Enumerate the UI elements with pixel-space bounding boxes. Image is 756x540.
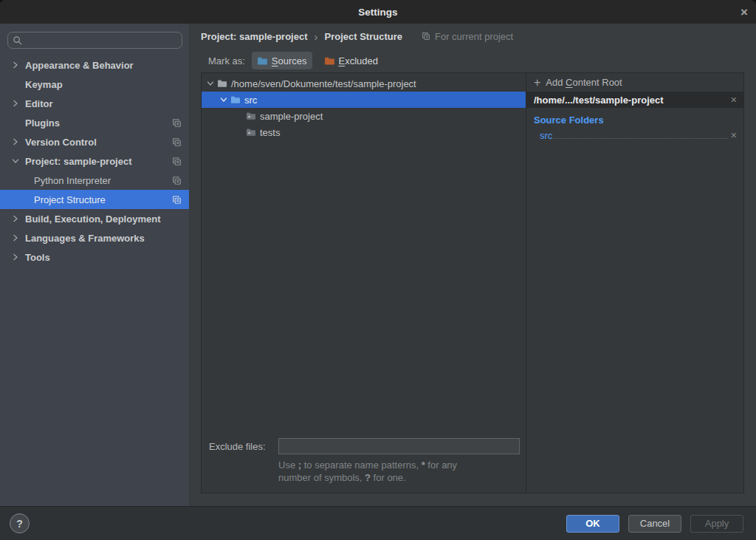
sidebar-item-python-interpreter[interactable]: Python Interpreter: [0, 171, 189, 190]
breadcrumb-separator-icon: ›: [315, 30, 318, 43]
sidebar-item-keymap[interactable]: Keymap: [0, 75, 189, 94]
sidebar-item-build-execution-deployment[interactable]: Build, Execution, Deployment: [0, 209, 189, 228]
source-folder-item[interactable]: src ×: [526, 128, 743, 143]
chevron-spacer: [10, 79, 21, 89]
chevron-right-icon: [10, 213, 21, 224]
excluded-folder-icon: [324, 56, 335, 66]
scope-note: For current project: [422, 31, 513, 42]
settings-sidebar: Appearance & Behavior Keymap Editor Plug…: [0, 24, 189, 506]
search-input[interactable]: [26, 34, 177, 47]
dotted-leader: [554, 138, 727, 139]
mark-excluded-button[interactable]: Excluded: [319, 52, 383, 69]
mark-as-toolbar: Mark as: Sources Excluded: [189, 49, 756, 72]
mark-excluded-label: Excluded: [339, 55, 378, 66]
breadcrumb-page-title: Project Structure: [325, 31, 402, 42]
breadcrumb-project[interactable]: Project: sample-project: [201, 31, 308, 42]
breadcrumb: Project: sample-project › Project Struct…: [189, 24, 756, 49]
cancel-button[interactable]: Cancel: [628, 515, 681, 533]
project-structure-page: Project: sample-project › Project Struct…: [189, 24, 756, 506]
sidebar-item-languages-frameworks[interactable]: Languages & Frameworks: [0, 228, 189, 247]
exclude-files-hint: Use ; to separate name patterns, * for a…: [278, 459, 485, 484]
content-roots-panels: /home/sven/Dokumente/test/sample-project…: [201, 72, 744, 493]
chevron-right-icon: [10, 137, 21, 147]
search-icon: [13, 35, 23, 46]
settings-menu: Appearance & Behavior Keymap Editor Plug…: [0, 55, 189, 267]
sidebar-item-plugins[interactable]: Plugins: [0, 113, 189, 132]
window-title: Settings: [358, 7, 397, 18]
remove-source-folder-icon[interactable]: ×: [731, 130, 737, 140]
sidebar-item-project[interactable]: Project: sample-project: [0, 151, 189, 171]
tree-row-label: sample-project: [260, 111, 323, 122]
sidebar-item-appearance-behavior[interactable]: Appearance & Behavior: [0, 55, 189, 75]
dialog-footer: ? OK Cancel Apply: [0, 506, 756, 540]
content-root-pane: + Add Content Root /home/.../test/sample…: [526, 73, 743, 493]
mark-as-label: Mark as:: [208, 55, 245, 66]
tree-row-src[interactable]: src: [202, 92, 526, 108]
chevron-right-icon: [10, 98, 21, 109]
sources-folder-icon: [257, 56, 268, 66]
exclude-files-section: Exclude files: Use ; to separate name pa…: [202, 438, 526, 493]
sidebar-item-editor[interactable]: Editor: [0, 94, 189, 113]
project-config-icon: [172, 137, 182, 147]
project-config-icon: [422, 32, 430, 41]
source-folders-heading: Source Folders: [534, 115, 743, 126]
plus-icon: +: [534, 77, 540, 89]
tree-row-sample-project[interactable]: sample-project: [202, 108, 526, 124]
content-root-path: /home/.../test/sample-project: [534, 95, 731, 106]
directory-tree: /home/sven/Dokumente/test/sample-project…: [202, 73, 526, 493]
remove-content-root-icon[interactable]: ×: [731, 95, 737, 105]
chevron-down-icon[interactable]: [206, 80, 215, 87]
sidebar-item-project-structure[interactable]: Project Structure: [0, 190, 189, 209]
project-config-icon: [172, 176, 182, 185]
apply-button[interactable]: Apply: [690, 515, 743, 533]
tree-row-label: tests: [260, 127, 280, 138]
settings-dialog: Settings × Appearance & Behavior Keymap: [0, 0, 756, 540]
exclude-files-input[interactable]: [278, 438, 520, 454]
mark-sources-label: Sources: [272, 55, 307, 66]
tree-row-label: src: [244, 95, 257, 106]
source-folder-name: src: [540, 130, 552, 141]
content-root-item[interactable]: /home/.../test/sample-project ×: [526, 92, 743, 108]
help-button[interactable]: ?: [10, 513, 30, 533]
chevron-right-icon: [10, 233, 21, 243]
tree-row-tests[interactable]: tests: [202, 124, 526, 140]
project-config-icon: [172, 195, 182, 205]
chevron-down-icon: [10, 156, 21, 166]
mark-sources-button[interactable]: Sources: [252, 52, 312, 69]
tree-row-label: /home/sven/Dokumente/test/sample-project: [231, 78, 416, 89]
chevron-spacer: [10, 117, 21, 128]
ok-button[interactable]: OK: [566, 515, 619, 533]
add-content-root-button[interactable]: + Add Content Root: [526, 73, 743, 92]
titlebar[interactable]: Settings ×: [0, 0, 756, 24]
source-folder-icon: [230, 95, 241, 104]
folder-icon: [217, 79, 227, 88]
settings-search-box[interactable]: [7, 32, 182, 49]
add-content-root-label: Add Content Root: [546, 77, 622, 88]
sidebar-item-version-control[interactable]: Version Control: [0, 132, 189, 151]
folder-icon: [246, 128, 256, 137]
tree-row-content-root[interactable]: /home/sven/Dokumente/test/sample-project: [202, 75, 526, 92]
chevron-right-icon: [10, 252, 21, 262]
exclude-files-label: Exclude files:: [209, 441, 278, 452]
sidebar-item-tools[interactable]: Tools: [0, 247, 189, 267]
project-config-icon: [172, 157, 182, 166]
chevron-down-icon[interactable]: [219, 96, 228, 103]
chevron-right-icon: [10, 60, 21, 70]
close-icon[interactable]: ×: [740, 6, 748, 18]
folder-icon: [246, 112, 256, 120]
project-config-icon: [172, 118, 182, 128]
scope-note-label: For current project: [435, 31, 513, 42]
